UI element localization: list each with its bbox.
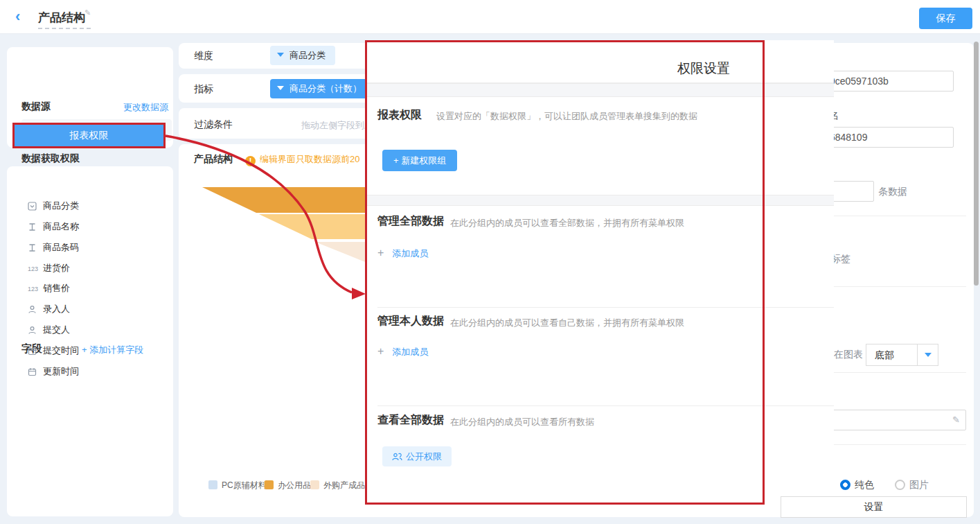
person-icon	[28, 326, 43, 335]
title-underline	[38, 28, 91, 29]
row-count-suffix: 条数据	[878, 186, 907, 198]
dialog-title: 权限设置	[677, 60, 730, 78]
plus-icon: +	[377, 345, 384, 357]
add-member-link[interactable]: +添加成员	[377, 247, 428, 260]
text-icon	[28, 222, 43, 232]
chevron-down-icon	[925, 353, 932, 357]
radio-image[interactable]: 图片	[895, 479, 929, 490]
field-item[interactable]: 更新时间	[28, 365, 166, 381]
report-permission-button[interactable]: 报表权限	[15, 125, 163, 146]
section-gap	[365, 83, 834, 97]
field-item[interactable]: 商品分类	[28, 200, 166, 215]
number-icon: 123	[28, 286, 43, 292]
chart-position-label: 在图表	[834, 349, 863, 361]
radio-unselected-icon	[895, 480, 905, 490]
divider	[377, 307, 834, 308]
metric-label: 指标	[194, 83, 213, 96]
datasource-title: 数据源	[21, 101, 51, 113]
text-icon	[28, 243, 43, 252]
calendar-icon	[28, 367, 43, 376]
fields-card: 字段 + 添加计算字段 商品分类 商品名称 商品条码 123进货价 123销售价…	[7, 166, 173, 516]
group-desc: 在此分组内的成员可以查看全部数据，并拥有所有菜单权限	[450, 217, 684, 229]
select-caret-box	[917, 344, 938, 365]
new-permission-group-button[interactable]: + 新建权限组	[382, 150, 457, 171]
group-title: 查看全部数据	[377, 413, 444, 428]
field-item[interactable]: 123进货价	[28, 262, 166, 277]
calendar-icon	[28, 347, 43, 356]
group-title: 管理本人数据	[377, 314, 444, 329]
metric-pill[interactable]: 商品分类（计数）	[270, 79, 371, 98]
dimension-pill[interactable]: 商品分类	[270, 46, 335, 65]
legend-swatch	[310, 480, 319, 489]
plus-icon: +	[393, 155, 399, 166]
field-item[interactable]: 123销售价	[28, 282, 166, 297]
legend-swatch	[208, 480, 217, 489]
group-desc: 在此分组内的成员可以查看所有数据	[450, 416, 594, 428]
people-icon	[392, 453, 402, 461]
permission-dialog: 权限设置 报表权限 设置对应的「数据权限」，可以让团队成员管理表单搜集到的数据 …	[365, 40, 834, 509]
chart-position-value: 底部	[866, 349, 894, 360]
report-permission-section-title: 报表权限	[377, 108, 422, 123]
fill-type-radios: 纯色 图片	[840, 479, 929, 491]
legend-item[interactable]: PC原辅材料	[208, 480, 267, 491]
pencil-icon[interactable]: ✎	[952, 414, 960, 425]
header-bar: ‹ 产品结构 ✎ 保存	[0, 0, 980, 33]
group-title: 管理全部数据	[377, 214, 444, 229]
field-item[interactable]: 商品名称	[28, 220, 166, 236]
change-datasource-link[interactable]: 更改数据源	[123, 101, 168, 114]
field-item[interactable]: 提交时间	[28, 344, 166, 360]
field-item[interactable]: 录入人	[28, 303, 166, 318]
chevron-down-icon	[277, 53, 284, 57]
report-permission-section-desc: 设置对应的「数据权限」，可以让团队成员管理表单搜集到的数据	[436, 110, 697, 123]
radio-solid-color[interactable]: 纯色	[840, 479, 874, 490]
edit-title-icon[interactable]: ✎	[84, 8, 91, 17]
settings-button[interactable]: 设置	[781, 496, 967, 518]
legend-item[interactable]: 办公用品	[265, 480, 311, 491]
page-title: 产品结构	[38, 10, 85, 26]
back-icon[interactable]: ‹	[15, 9, 30, 24]
number-icon: 123	[28, 265, 43, 272]
chevron-down-icon	[277, 86, 284, 90]
person-icon	[28, 305, 43, 314]
legend-swatch	[265, 480, 274, 489]
radio-selected-icon	[840, 480, 850, 490]
dimension-label: 维度	[194, 50, 213, 62]
save-button[interactable]: 保存	[919, 8, 972, 29]
section-gap	[365, 195, 834, 206]
field-item[interactable]: 提交人	[28, 324, 166, 339]
plus-icon: +	[377, 247, 384, 259]
select-icon	[28, 202, 43, 211]
divider	[377, 405, 834, 406]
scrollbar-thumb[interactable]	[974, 42, 979, 286]
tag-label-fragment: 标签	[831, 253, 850, 265]
group-desc: 在此分组内的成员可以查看自己数据，并拥有所有菜单权限	[450, 317, 684, 329]
field-item[interactable]: 商品条码	[28, 241, 166, 256]
chart-position-select[interactable]: 底部	[866, 344, 938, 366]
filter-label: 过滤条件	[194, 119, 233, 131]
add-member-link[interactable]: +添加成员	[377, 345, 428, 358]
public-permission-button[interactable]: 公开权限	[382, 446, 452, 466]
legend-item[interactable]: 外购产成品	[310, 480, 365, 491]
data-access-title: 数据获取权限	[21, 152, 80, 165]
